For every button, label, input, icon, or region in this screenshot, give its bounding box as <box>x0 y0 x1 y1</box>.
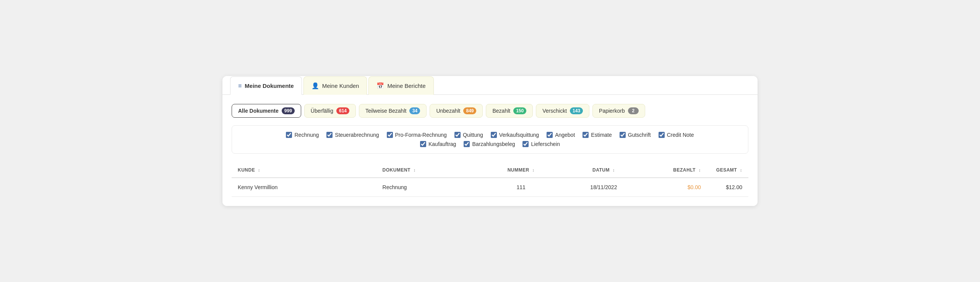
checkbox-rechnung-label: Rechnung <box>294 132 319 138</box>
filter-verschickt[interactable]: Verschickt 143 <box>536 104 589 118</box>
col-header-dokument[interactable]: DOKUMENT ↕ <box>376 163 480 178</box>
checkbox-gutschrift[interactable]: Gutschrift <box>620 132 651 138</box>
top-tabs: ≡ Meine Dokumente 👤 Meine Kunden 📅 Meine… <box>222 76 758 95</box>
checkbox-estimate-label: Estimate <box>591 132 612 138</box>
checkbox-estimate-input[interactable] <box>582 132 589 138</box>
cell-nummer: 111 <box>480 178 562 197</box>
checkbox-proforma-label: Pro-Forma-Rechnung <box>395 132 447 138</box>
table-header: KUNDE ↕ DOKUMENT ↕ NUMMER ↕ DATUM <box>232 163 748 178</box>
checkbox-kaufauftrag[interactable]: Kaufauftrag <box>420 141 456 147</box>
checkbox-proforma[interactable]: Pro-Forma-Rechnung <box>387 132 447 138</box>
filter-unbezahlt-label: Unbezahlt <box>436 108 460 114</box>
filter-alle[interactable]: Alle Dokumente 999 <box>232 104 301 118</box>
checkbox-angebot[interactable]: Angebot <box>547 132 575 138</box>
checkbox-lieferschein[interactable]: Lieferschein <box>522 141 560 147</box>
filter-papierkorb[interactable]: Papierkorb 2 <box>592 104 645 118</box>
cell-gesamt: $12.00 <box>707 178 748 197</box>
checkbox-rechnung-input[interactable] <box>286 132 292 138</box>
filter-alle-badge: 999 <box>282 107 295 114</box>
checkbox-creditnote[interactable]: Credit Note <box>659 132 694 138</box>
filter-papierkorb-label: Papierkorb <box>599 108 625 114</box>
sort-icon-gesamt: ↕ <box>740 168 742 172</box>
documents-table-container: KUNDE ↕ DOKUMENT ↕ NUMMER ↕ DATUM <box>232 163 748 197</box>
tab-meine-dokumente[interactable]: ≡ Meine Dokumente <box>230 76 302 95</box>
filter-teilweise[interactable]: Teilweise Bezahlt 34 <box>359 104 427 118</box>
checkbox-quittung[interactable]: Quittung <box>454 132 483 138</box>
checkboxes-section: Rechnung Steuerabrechnung Pro-Forma-Rech… <box>232 125 748 154</box>
main-container: ≡ Meine Dokumente 👤 Meine Kunden 📅 Meine… <box>222 76 758 206</box>
col-header-datum[interactable]: DATUM ↕ <box>562 163 645 178</box>
checkbox-steuerabrechnung-input[interactable] <box>326 132 333 138</box>
checkbox-rechnung[interactable]: Rechnung <box>286 132 319 138</box>
checkboxes-row-2: Kaufauftrag Barzahlungsbeleg Lieferschei… <box>420 141 560 147</box>
col-header-nummer[interactable]: NUMMER ↕ <box>480 163 562 178</box>
table-body: Kenny Vermillion Rechnung 111 18/11/2022… <box>232 178 748 197</box>
filter-tabs: Alle Dokumente 999 Überfällig 614 Teilwe… <box>232 104 748 118</box>
checkbox-quittung-label: Quittung <box>463 132 483 138</box>
filter-verschickt-badge: 143 <box>570 107 583 114</box>
tab-kunden-label: Meine Kunden <box>322 83 359 89</box>
checkbox-angebot-input[interactable] <box>547 132 553 138</box>
checkbox-gutschrift-label: Gutschrift <box>628 132 651 138</box>
checkbox-creditnote-input[interactable] <box>659 132 665 138</box>
checkbox-verkaufsquittung[interactable]: Verkaufsquittung <box>491 132 539 138</box>
checkbox-barzahlungsbeleg-label: Barzahlungsbeleg <box>472 141 515 147</box>
checkbox-quittung-input[interactable] <box>454 132 461 138</box>
checkbox-proforma-input[interactable] <box>387 132 393 138</box>
sort-icon-datum: ↕ <box>613 168 615 172</box>
documents-table: KUNDE ↕ DOKUMENT ↕ NUMMER ↕ DATUM <box>232 163 748 197</box>
cell-kunde: Kenny Vermillion <box>232 178 376 197</box>
filter-ueberfaellig-badge: 614 <box>336 107 349 114</box>
cell-bezahlt: $0.00 <box>645 178 707 197</box>
checkbox-estimate[interactable]: Estimate <box>582 132 612 138</box>
filter-alle-label: Alle Dokumente <box>238 108 279 114</box>
calendar-icon: 📅 <box>376 82 384 89</box>
person-icon: 👤 <box>312 82 319 89</box>
filter-bezahlt-label: Bezahlt <box>492 108 510 114</box>
checkbox-angebot-label: Angebot <box>555 132 575 138</box>
checkbox-lieferschein-label: Lieferschein <box>531 141 560 147</box>
filter-papierkorb-badge: 2 <box>628 107 639 114</box>
sort-icon-dokument: ↕ <box>414 168 416 172</box>
checkbox-steuerabrechnung[interactable]: Steuerabrechnung <box>326 132 379 138</box>
checkbox-verkaufsquittung-input[interactable] <box>491 132 497 138</box>
filter-unbezahlt[interactable]: Unbezahlt 849 <box>430 104 483 118</box>
col-header-bezahlt[interactable]: BEZAHLT ↕ <box>645 163 707 178</box>
filter-teilweise-badge: 34 <box>409 107 420 114</box>
filter-teilweise-label: Teilweise Bezahlt <box>365 108 406 114</box>
tab-meine-kunden[interactable]: 👤 Meine Kunden <box>303 76 367 95</box>
cell-dokument: Rechnung <box>376 178 480 197</box>
filter-verschickt-label: Verschickt <box>542 108 567 114</box>
col-header-kunde[interactable]: KUNDE ↕ <box>232 163 376 178</box>
checkbox-steuerabrechnung-label: Steuerabrechnung <box>335 132 379 138</box>
checkboxes-row-1: Rechnung Steuerabrechnung Pro-Forma-Rech… <box>286 132 694 138</box>
checkbox-gutschrift-input[interactable] <box>620 132 626 138</box>
filter-bezahlt-badge: 150 <box>513 107 526 114</box>
sort-icon-kunde: ↕ <box>258 168 260 172</box>
col-header-gesamt[interactable]: GESAMT ↕ <box>707 163 748 178</box>
table-row[interactable]: Kenny Vermillion Rechnung 111 18/11/2022… <box>232 178 748 197</box>
filter-bezahlt[interactable]: Bezahlt 150 <box>486 104 533 118</box>
checkbox-barzahlungsbeleg-input[interactable] <box>464 141 470 147</box>
checkbox-creditnote-label: Credit Note <box>667 132 694 138</box>
sort-icon-nummer: ↕ <box>532 168 535 172</box>
cell-datum: 18/11/2022 <box>562 178 645 197</box>
checkbox-barzahlungsbeleg[interactable]: Barzahlungsbeleg <box>464 141 515 147</box>
tab-berichte-label: Meine Berichte <box>387 83 425 89</box>
list-icon: ≡ <box>238 83 242 89</box>
filter-ueberfaellig-label: Überfällig <box>311 108 333 114</box>
checkbox-kaufauftrag-input[interactable] <box>420 141 426 147</box>
filter-unbezahlt-badge: 849 <box>463 107 476 114</box>
content-area: Alle Dokumente 999 Überfällig 614 Teilwe… <box>222 95 758 206</box>
checkbox-verkaufsquittung-label: Verkaufsquittung <box>499 132 539 138</box>
tab-dokumente-label: Meine Dokumente <box>245 83 294 89</box>
filter-ueberfaellig[interactable]: Überfällig 614 <box>304 104 356 118</box>
checkbox-lieferschein-input[interactable] <box>522 141 529 147</box>
sort-icon-bezahlt: ↕ <box>699 168 701 172</box>
checkbox-kaufauftrag-label: Kaufauftrag <box>428 141 456 147</box>
tab-meine-berichte[interactable]: 📅 Meine Berichte <box>368 76 433 95</box>
